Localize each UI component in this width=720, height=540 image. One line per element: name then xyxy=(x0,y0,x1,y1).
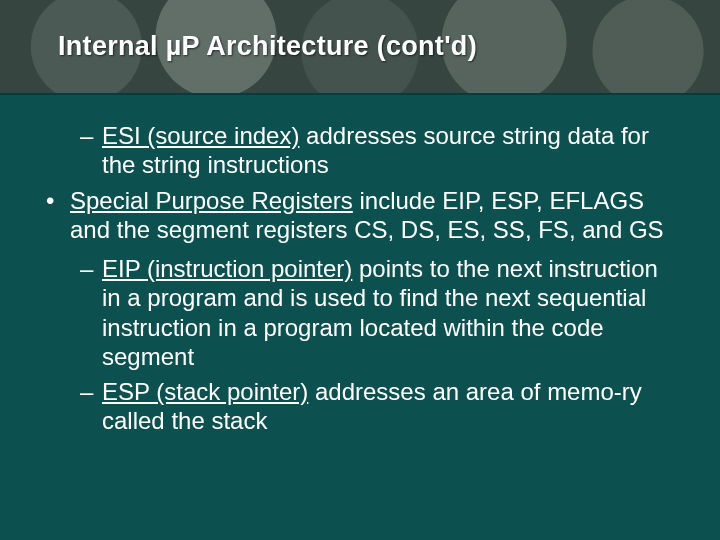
bullet-text: ESI (source index) addresses source stri… xyxy=(102,121,676,180)
slide-content: – ESI (source index) addresses source st… xyxy=(0,95,720,436)
term-esi: ESI (source index) xyxy=(102,122,299,149)
slide: Internal µP Architecture (cont'd) – ESI … xyxy=(0,0,720,540)
bullet-text: ESP (stack pointer) addresses an area of… xyxy=(102,377,676,436)
term-esp: ESP (stack pointer) xyxy=(102,378,308,405)
bullet-text: EIP (instruction pointer) points to the … xyxy=(102,254,676,371)
dash-marker: – xyxy=(80,254,102,371)
bullet-esi: – ESI (source index) addresses source st… xyxy=(80,121,676,180)
bullet-eip: – EIP (instruction pointer) points to th… xyxy=(80,254,676,371)
bullet-special-registers: • Special Purpose Registers include EIP,… xyxy=(44,186,676,245)
bullet-text: Special Purpose Registers include EIP, E… xyxy=(70,186,676,245)
dash-marker: – xyxy=(80,377,102,436)
term-special: Special Purpose Registers xyxy=(70,187,353,214)
title-band: Internal µP Architecture (cont'd) xyxy=(0,0,720,95)
bullet-marker: • xyxy=(44,186,70,245)
bullet-esp: – ESP (stack pointer) addresses an area … xyxy=(80,377,676,436)
slide-title: Internal µP Architecture (cont'd) xyxy=(58,31,477,62)
term-eip: EIP (instruction pointer) xyxy=(102,255,352,282)
dash-marker: – xyxy=(80,121,102,180)
